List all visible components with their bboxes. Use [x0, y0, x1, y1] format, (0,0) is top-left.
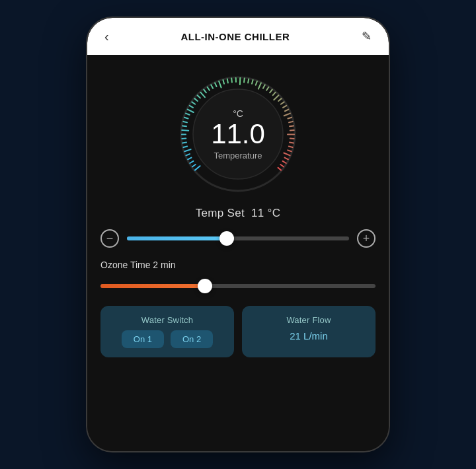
- svg-line-43: [281, 102, 284, 104]
- svg-line-19: [194, 98, 198, 101]
- gauge-unit: °C: [211, 108, 265, 119]
- temp-slider-wrapper: [127, 229, 349, 248]
- svg-line-37: [263, 85, 265, 88]
- water-switch-on2-button[interactable]: On 2: [171, 330, 213, 348]
- svg-line-29: [231, 79, 232, 83]
- svg-line-5: [186, 154, 190, 155]
- bottom-cards: Water Switch On 1 On 2 Water Flow 21 L/m…: [100, 306, 376, 357]
- edit-button[interactable]: ✎: [356, 26, 377, 46]
- water-flow-card: Water Flow 21 L/min: [242, 306, 376, 357]
- temp-slider-row: − +: [100, 229, 376, 248]
- svg-line-24: [211, 85, 213, 88]
- svg-line-59: [280, 164, 284, 166]
- svg-line-40: [273, 92, 276, 95]
- svg-line-38: [266, 87, 268, 90]
- svg-line-8: [182, 143, 186, 143]
- svg-line-58: [283, 161, 286, 163]
- svg-line-39: [270, 90, 272, 93]
- svg-line-20: [198, 95, 200, 98]
- svg-line-45: [285, 110, 288, 112]
- top-bar: ‹ ALL-IN-ONE CHILLER ✎: [87, 18, 389, 55]
- svg-line-22: [204, 90, 206, 93]
- svg-line-54: [289, 147, 293, 147]
- svg-line-17: [190, 106, 193, 108]
- svg-line-3: [190, 161, 193, 163]
- temp-slider-thumb[interactable]: [219, 231, 234, 246]
- ozone-label: Ozone Time 2 min: [100, 260, 376, 270]
- water-flow-value: 21 L/min: [290, 330, 328, 342]
- svg-line-32: [244, 79, 245, 83]
- water-switch-card: Water Switch On 1 On 2: [100, 306, 234, 357]
- svg-line-33: [248, 79, 249, 83]
- svg-line-47: [288, 118, 292, 119]
- temp-increase-button[interactable]: +: [357, 229, 376, 248]
- back-button[interactable]: ‹: [99, 26, 114, 47]
- ozone-slider-wrapper: [100, 277, 376, 295]
- svg-line-13: [183, 122, 187, 122]
- svg-line-2: [192, 164, 196, 166]
- svg-line-53: [290, 143, 294, 143]
- temp-slider-track: [127, 236, 349, 240]
- gauge-value: 11.0: [211, 120, 265, 148]
- phone-frame: ‹ ALL-IN-ONE CHILLER ✎: [86, 17, 390, 452]
- svg-line-46: [284, 114, 290, 116]
- temp-set-display: Temp Set 11 °C: [196, 207, 281, 220]
- svg-line-26: [219, 81, 221, 87]
- svg-line-6: [184, 149, 191, 151]
- ozone-slider-track: [100, 284, 376, 288]
- svg-line-36: [258, 83, 261, 89]
- temp-set-value: 11: [251, 207, 264, 219]
- svg-line-55: [288, 150, 292, 151]
- svg-line-21: [200, 92, 205, 97]
- svg-line-23: [208, 87, 210, 90]
- svg-line-7: [183, 147, 187, 147]
- svg-line-14: [184, 118, 188, 119]
- main-content: °C 11.0 Temperature Temp Set 11 °C − +: [87, 55, 389, 451]
- water-flow-title: Water Flow: [286, 315, 331, 325]
- svg-line-12: [182, 126, 186, 126]
- svg-line-28: [227, 79, 228, 83]
- svg-line-42: [278, 98, 282, 101]
- svg-line-4: [188, 158, 191, 160]
- svg-line-11: [182, 130, 188, 131]
- phone-inner: ‹ ALL-IN-ONE CHILLER ✎: [87, 18, 389, 451]
- temperature-gauge: °C 11.0 Temperature: [172, 68, 304, 200]
- svg-line-56: [284, 153, 290, 156]
- svg-line-16: [188, 110, 194, 112]
- page-title: ALL-IN-ONE CHILLER: [180, 31, 290, 42]
- temp-set-label: Temp Set: [196, 207, 245, 219]
- svg-line-49: [290, 126, 294, 126]
- gauge-center: °C 11.0 Temperature: [211, 108, 265, 161]
- svg-line-35: [256, 81, 257, 85]
- temp-decrease-button[interactable]: −: [100, 229, 119, 248]
- temp-slider-fill: [127, 236, 227, 240]
- svg-line-48: [289, 122, 293, 122]
- water-switch-on1-button[interactable]: On 1: [122, 330, 164, 348]
- svg-line-25: [215, 83, 216, 86]
- svg-line-44: [283, 106, 286, 108]
- svg-line-57: [285, 158, 288, 160]
- gauge-label: Temperature: [211, 151, 265, 161]
- svg-line-34: [252, 80, 253, 84]
- water-switch-values: On 1 On 2: [122, 330, 213, 348]
- svg-line-1: [195, 166, 200, 170]
- svg-line-15: [186, 114, 190, 115]
- svg-line-27: [223, 80, 224, 84]
- svg-line-41: [274, 95, 278, 100]
- svg-line-18: [192, 102, 195, 104]
- water-switch-title: Water Switch: [141, 315, 194, 325]
- ozone-slider-fill: [100, 284, 205, 288]
- ozone-section: Ozone Time 2 min: [100, 260, 376, 295]
- temp-set-unit: °C: [268, 207, 281, 219]
- svg-line-60: [278, 168, 282, 170]
- ozone-slider-thumb[interactable]: [198, 279, 212, 293]
